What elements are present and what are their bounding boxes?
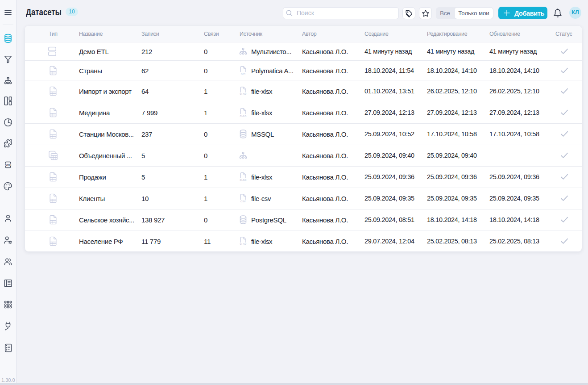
svg-text:XLSX: XLSX [240, 179, 246, 181]
svg-text:SVG: SVG [5, 163, 12, 167]
svg-text:XLSX: XLSX [240, 93, 246, 96]
svg-text:CSV: CSV [240, 200, 246, 203]
svg-text:XLSX: XLSX [240, 243, 246, 246]
svg-text:XLSX: XLSX [240, 114, 246, 117]
svg-text:API: API [241, 72, 245, 75]
